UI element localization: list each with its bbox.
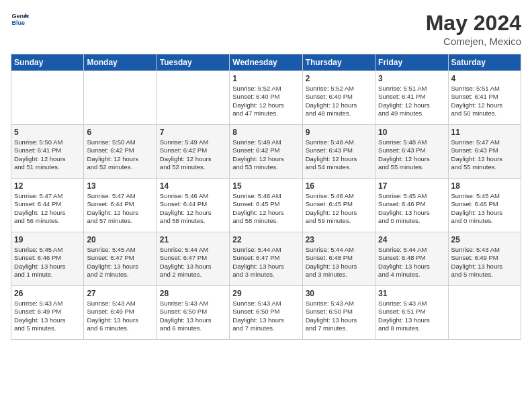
day-number: 26 — [14, 289, 81, 298]
day-number: 11 — [451, 128, 518, 137]
day-content: Sunrise: 5:49 AM Sunset: 6:42 PM Dayligh… — [232, 138, 299, 171]
calendar-table: SundayMondayTuesdayWednesdayThursdayFrid… — [11, 54, 521, 340]
calendar-cell: 23Sunrise: 5:44 AM Sunset: 6:48 PM Dayli… — [302, 232, 375, 286]
calendar-cell: 31Sunrise: 5:43 AM Sunset: 6:51 PM Dayli… — [375, 286, 448, 340]
weekday-header-row: SundayMondayTuesdayWednesdayThursdayFrid… — [11, 54, 521, 71]
day-number: 30 — [306, 289, 372, 298]
day-number: 13 — [87, 181, 153, 191]
day-content: Sunrise: 5:45 AM Sunset: 6:46 PM Dayligh… — [14, 246, 81, 279]
day-content: Sunrise: 5:43 AM Sunset: 6:50 PM Dayligh… — [232, 300, 299, 332]
calendar-cell: 20Sunrise: 5:45 AM Sunset: 6:47 PM Dayli… — [84, 232, 157, 286]
day-content: Sunrise: 5:47 AM Sunset: 6:44 PM Dayligh… — [14, 192, 81, 225]
day-number: 12 — [14, 181, 81, 191]
calendar-cell: 8Sunrise: 5:49 AM Sunset: 6:42 PM Daylig… — [230, 125, 302, 179]
day-content: Sunrise: 5:47 AM Sunset: 6:43 PM Dayligh… — [451, 138, 518, 171]
day-content: Sunrise: 5:44 AM Sunset: 6:48 PM Dayligh… — [378, 246, 445, 279]
day-number: 15 — [232, 181, 299, 191]
title-block: May 2024 Comejen, Mexico — [426, 11, 521, 47]
day-content: Sunrise: 5:51 AM Sunset: 6:41 PM Dayligh… — [378, 85, 445, 118]
day-content: Sunrise: 5:52 AM Sunset: 6:40 PM Dayligh… — [306, 85, 372, 118]
day-content: Sunrise: 5:51 AM Sunset: 6:41 PM Dayligh… — [451, 85, 518, 118]
day-number: 4 — [451, 74, 518, 83]
day-number: 9 — [306, 128, 372, 137]
day-content: Sunrise: 5:46 AM Sunset: 6:45 PM Dayligh… — [306, 192, 372, 225]
day-content: Sunrise: 5:48 AM Sunset: 6:43 PM Dayligh… — [378, 138, 445, 171]
calendar-cell: 29Sunrise: 5:43 AM Sunset: 6:50 PM Dayli… — [230, 286, 302, 340]
day-number: 24 — [378, 235, 445, 244]
location: Comejen, Mexico — [426, 36, 521, 47]
day-content: Sunrise: 5:44 AM Sunset: 6:48 PM Dayligh… — [306, 246, 372, 279]
calendar-cell: 18Sunrise: 5:45 AM Sunset: 6:46 PM Dayli… — [448, 179, 521, 232]
day-number: 31 — [378, 289, 445, 298]
day-number: 22 — [232, 235, 299, 244]
calendar-cell: 5Sunrise: 5:50 AM Sunset: 6:41 PM Daylig… — [11, 125, 84, 179]
day-number: 25 — [451, 235, 518, 244]
calendar-cell: 2Sunrise: 5:52 AM Sunset: 6:40 PM Daylig… — [302, 71, 375, 125]
day-number: 1 — [232, 74, 299, 83]
calendar-cell: 28Sunrise: 5:43 AM Sunset: 6:50 PM Dayli… — [157, 286, 229, 340]
day-number: 21 — [160, 235, 226, 244]
day-content: Sunrise: 5:43 AM Sunset: 6:49 PM Dayligh… — [451, 246, 518, 279]
weekday-thursday: Thursday — [302, 54, 375, 71]
day-number: 16 — [306, 181, 372, 191]
weekday-sunday: Sunday — [11, 54, 84, 71]
calendar-cell: 26Sunrise: 5:43 AM Sunset: 6:49 PM Dayli… — [11, 286, 84, 340]
day-number: 6 — [87, 128, 153, 137]
day-number: 27 — [87, 289, 153, 298]
day-content: Sunrise: 5:43 AM Sunset: 6:50 PM Dayligh… — [306, 300, 372, 332]
weekday-wednesday: Wednesday — [230, 54, 302, 71]
day-number: 2 — [306, 74, 372, 83]
day-number: 17 — [378, 181, 445, 191]
day-number: 23 — [306, 235, 372, 244]
calendar-cell: 1Sunrise: 5:52 AM Sunset: 6:40 PM Daylig… — [230, 71, 302, 125]
calendar-week-2: 5Sunrise: 5:50 AM Sunset: 6:41 PM Daylig… — [11, 125, 521, 179]
day-content: Sunrise: 5:45 AM Sunset: 6:46 PM Dayligh… — [451, 192, 518, 225]
calendar-week-4: 19Sunrise: 5:45 AM Sunset: 6:46 PM Dayli… — [11, 232, 521, 286]
calendar-cell: 10Sunrise: 5:48 AM Sunset: 6:43 PM Dayli… — [375, 125, 448, 179]
day-number: 18 — [451, 181, 518, 191]
weekday-tuesday: Tuesday — [157, 54, 229, 71]
calendar-cell: 25Sunrise: 5:43 AM Sunset: 6:49 PM Dayli… — [448, 232, 521, 286]
calendar-week-5: 26Sunrise: 5:43 AM Sunset: 6:49 PM Dayli… — [11, 286, 521, 340]
day-content: Sunrise: 5:48 AM Sunset: 6:43 PM Dayligh… — [306, 138, 372, 171]
logo-icon: General Blue — [11, 11, 30, 30]
day-content: Sunrise: 5:50 AM Sunset: 6:42 PM Dayligh… — [87, 138, 153, 171]
calendar-cell: 19Sunrise: 5:45 AM Sunset: 6:46 PM Dayli… — [11, 232, 84, 286]
calendar-cell: 22Sunrise: 5:44 AM Sunset: 6:47 PM Dayli… — [230, 232, 302, 286]
month-year: May 2024 — [426, 11, 521, 36]
day-content: Sunrise: 5:45 AM Sunset: 6:46 PM Dayligh… — [378, 192, 445, 225]
day-number: 10 — [378, 128, 445, 137]
calendar-cell — [11, 71, 84, 125]
calendar-cell: 7Sunrise: 5:49 AM Sunset: 6:42 PM Daylig… — [157, 125, 229, 179]
day-number: 14 — [160, 181, 226, 191]
calendar-cell: 30Sunrise: 5:43 AM Sunset: 6:50 PM Dayli… — [302, 286, 375, 340]
day-number: 19 — [14, 235, 81, 244]
day-number: 3 — [378, 74, 445, 83]
calendar-cell: 6Sunrise: 5:50 AM Sunset: 6:42 PM Daylig… — [84, 125, 157, 179]
day-content: Sunrise: 5:52 AM Sunset: 6:40 PM Dayligh… — [232, 85, 299, 118]
day-content: Sunrise: 5:49 AM Sunset: 6:42 PM Dayligh… — [160, 138, 226, 171]
svg-text:Blue: Blue — [11, 19, 25, 26]
day-content: Sunrise: 5:46 AM Sunset: 6:44 PM Dayligh… — [160, 192, 226, 225]
logo: General Blue — [11, 11, 30, 30]
day-content: Sunrise: 5:44 AM Sunset: 6:47 PM Dayligh… — [160, 246, 226, 279]
day-number: 20 — [87, 235, 153, 244]
calendar-cell: 13Sunrise: 5:47 AM Sunset: 6:44 PM Dayli… — [84, 179, 157, 232]
day-content: Sunrise: 5:43 AM Sunset: 6:51 PM Dayligh… — [378, 300, 445, 332]
calendar-cell: 3Sunrise: 5:51 AM Sunset: 6:41 PM Daylig… — [375, 71, 448, 125]
calendar-cell: 12Sunrise: 5:47 AM Sunset: 6:44 PM Dayli… — [11, 179, 84, 232]
day-content: Sunrise: 5:46 AM Sunset: 6:45 PM Dayligh… — [232, 192, 299, 225]
calendar-cell: 24Sunrise: 5:44 AM Sunset: 6:48 PM Dayli… — [375, 232, 448, 286]
calendar-cell: 11Sunrise: 5:47 AM Sunset: 6:43 PM Dayli… — [448, 125, 521, 179]
day-number: 5 — [14, 128, 81, 137]
day-content: Sunrise: 5:44 AM Sunset: 6:47 PM Dayligh… — [232, 246, 299, 279]
calendar-cell: 27Sunrise: 5:43 AM Sunset: 6:49 PM Dayli… — [84, 286, 157, 340]
calendar-cell: 9Sunrise: 5:48 AM Sunset: 6:43 PM Daylig… — [302, 125, 375, 179]
calendar-body: 1Sunrise: 5:52 AM Sunset: 6:40 PM Daylig… — [11, 71, 521, 340]
day-number: 28 — [160, 289, 226, 298]
calendar-week-3: 12Sunrise: 5:47 AM Sunset: 6:44 PM Dayli… — [11, 179, 521, 232]
day-content: Sunrise: 5:43 AM Sunset: 6:49 PM Dayligh… — [14, 300, 81, 332]
calendar-cell: 4Sunrise: 5:51 AM Sunset: 6:41 PM Daylig… — [448, 71, 521, 125]
calendar-cell: 17Sunrise: 5:45 AM Sunset: 6:46 PM Dayli… — [375, 179, 448, 232]
calendar-cell: 15Sunrise: 5:46 AM Sunset: 6:45 PM Dayli… — [230, 179, 302, 232]
